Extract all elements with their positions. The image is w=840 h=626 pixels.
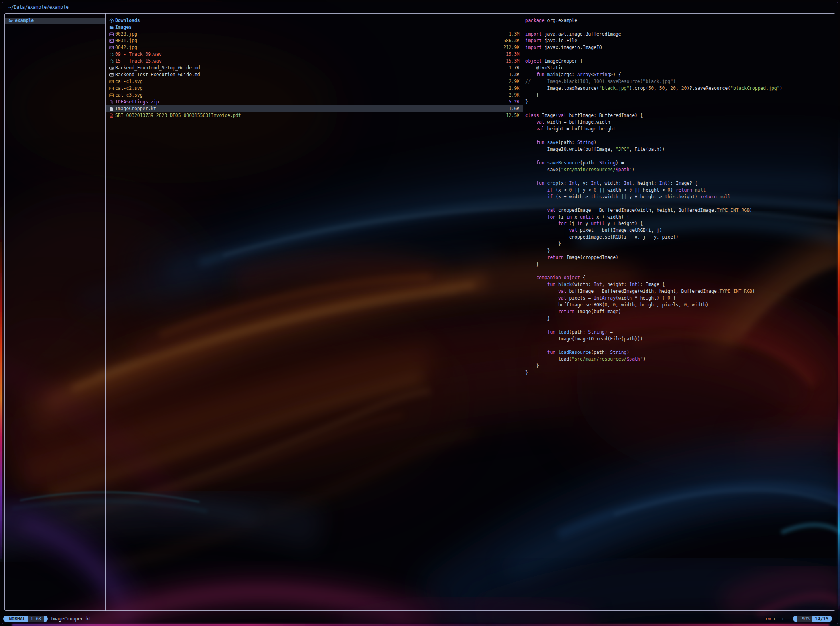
terminal-window bbox=[2, 2, 838, 624]
